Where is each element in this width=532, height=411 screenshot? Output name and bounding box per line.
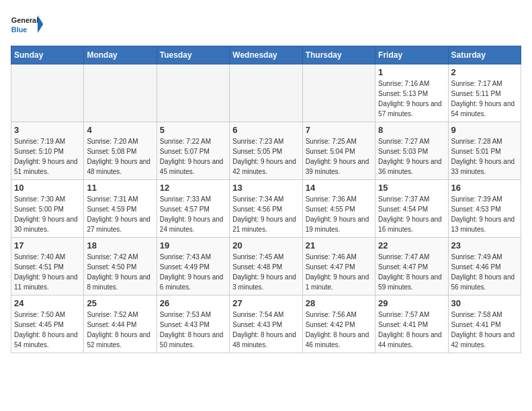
day-number: 14 xyxy=(306,183,372,193)
day-info: Sunrise: 7:52 AM Sunset: 4:44 PM Dayligh… xyxy=(87,310,153,350)
calendar-cell: 21Sunrise: 7:46 AM Sunset: 4:47 PM Dayli… xyxy=(302,238,375,295)
calendar-cell xyxy=(11,64,84,122)
day-number: 4 xyxy=(87,125,153,135)
day-number: 30 xyxy=(451,298,518,308)
day-number: 20 xyxy=(232,240,299,250)
day-number: 6 xyxy=(232,125,299,135)
calendar-cell: 24Sunrise: 7:50 AM Sunset: 4:45 PM Dayli… xyxy=(11,295,84,353)
calendar-cell: 10Sunrise: 7:30 AM Sunset: 5:00 PM Dayli… xyxy=(11,180,84,238)
day-info: Sunrise: 7:56 AM Sunset: 4:42 PM Dayligh… xyxy=(306,310,372,350)
calendar-cell: 29Sunrise: 7:57 AM Sunset: 4:41 PM Dayli… xyxy=(375,295,448,353)
logo-svg: General Blue xyxy=(11,11,44,38)
day-number: 23 xyxy=(451,240,518,250)
day-number: 16 xyxy=(451,183,518,193)
day-info: Sunrise: 7:17 AM Sunset: 5:11 PM Dayligh… xyxy=(451,79,518,119)
day-info: Sunrise: 7:49 AM Sunset: 4:46 PM Dayligh… xyxy=(451,252,518,292)
calendar-cell: 22Sunrise: 7:47 AM Sunset: 4:47 PM Dayli… xyxy=(375,238,448,295)
calendar-week-row: 17Sunrise: 7:40 AM Sunset: 4:51 PM Dayli… xyxy=(11,238,521,295)
calendar-week-row: 3Sunrise: 7:19 AM Sunset: 5:10 PM Daylig… xyxy=(11,122,521,180)
day-number: 9 xyxy=(451,125,518,135)
day-of-week-header: Saturday xyxy=(448,46,521,64)
day-number: 2 xyxy=(451,67,518,77)
day-of-week-header: Tuesday xyxy=(157,46,229,64)
calendar-cell: 23Sunrise: 7:49 AM Sunset: 4:46 PM Dayli… xyxy=(448,238,521,295)
day-info: Sunrise: 7:42 AM Sunset: 4:50 PM Dayligh… xyxy=(87,252,153,292)
day-number: 17 xyxy=(14,240,81,250)
calendar-cell: 19Sunrise: 7:43 AM Sunset: 4:49 PM Dayli… xyxy=(157,238,229,295)
day-info: Sunrise: 7:50 AM Sunset: 4:45 PM Dayligh… xyxy=(14,310,81,350)
day-info: Sunrise: 7:25 AM Sunset: 5:04 PM Dayligh… xyxy=(306,136,372,177)
day-info: Sunrise: 7:36 AM Sunset: 4:55 PM Dayligh… xyxy=(306,194,372,234)
day-info: Sunrise: 7:34 AM Sunset: 4:56 PM Dayligh… xyxy=(232,194,299,234)
day-number: 1 xyxy=(378,67,445,77)
calendar-week-row: 24Sunrise: 7:50 AM Sunset: 4:45 PM Dayli… xyxy=(11,295,521,353)
day-info: Sunrise: 7:45 AM Sunset: 4:48 PM Dayligh… xyxy=(232,252,299,292)
calendar-cell: 14Sunrise: 7:36 AM Sunset: 4:55 PM Dayli… xyxy=(302,180,375,238)
day-number: 19 xyxy=(160,240,226,250)
svg-marker-2 xyxy=(38,15,43,34)
calendar-cell: 26Sunrise: 7:53 AM Sunset: 4:43 PM Dayli… xyxy=(157,295,229,353)
day-number: 10 xyxy=(14,183,81,193)
calendar-week-row: 1Sunrise: 7:16 AM Sunset: 5:13 PM Daylig… xyxy=(11,64,521,122)
calendar-cell: 5Sunrise: 7:22 AM Sunset: 5:07 PM Daylig… xyxy=(157,122,229,180)
day-number: 25 xyxy=(87,298,153,308)
calendar-cell: 25Sunrise: 7:52 AM Sunset: 4:44 PM Dayli… xyxy=(84,295,157,353)
day-number: 8 xyxy=(378,125,445,135)
calendar-cell xyxy=(230,64,302,122)
day-info: Sunrise: 7:27 AM Sunset: 5:03 PM Dayligh… xyxy=(378,136,445,177)
calendar-cell: 4Sunrise: 7:20 AM Sunset: 5:08 PM Daylig… xyxy=(84,122,157,180)
day-number: 13 xyxy=(232,183,299,193)
calendar-cell: 12Sunrise: 7:33 AM Sunset: 4:57 PM Dayli… xyxy=(157,180,229,238)
day-info: Sunrise: 7:33 AM Sunset: 4:57 PM Dayligh… xyxy=(160,194,226,234)
day-info: Sunrise: 7:58 AM Sunset: 4:41 PM Dayligh… xyxy=(451,310,518,350)
calendar-cell: 1Sunrise: 7:16 AM Sunset: 5:13 PM Daylig… xyxy=(375,64,448,122)
calendar-cell: 18Sunrise: 7:42 AM Sunset: 4:50 PM Dayli… xyxy=(84,238,157,295)
calendar-cell: 17Sunrise: 7:40 AM Sunset: 4:51 PM Dayli… xyxy=(11,238,84,295)
day-number: 7 xyxy=(306,125,372,135)
calendar-header-row: SundayMondayTuesdayWednesdayThursdayFrid… xyxy=(11,46,521,64)
day-info: Sunrise: 7:54 AM Sunset: 4:43 PM Dayligh… xyxy=(232,310,299,350)
day-info: Sunrise: 7:47 AM Sunset: 4:47 PM Dayligh… xyxy=(378,252,445,292)
day-number: 26 xyxy=(160,298,226,308)
day-number: 12 xyxy=(160,183,226,193)
calendar-cell: 8Sunrise: 7:27 AM Sunset: 5:03 PM Daylig… xyxy=(375,122,448,180)
day-of-week-header: Friday xyxy=(375,46,448,64)
calendar-cell: 30Sunrise: 7:58 AM Sunset: 4:41 PM Dayli… xyxy=(448,295,521,353)
calendar-cell: 13Sunrise: 7:34 AM Sunset: 4:56 PM Dayli… xyxy=(230,180,302,238)
calendar-cell: 2Sunrise: 7:17 AM Sunset: 5:11 PM Daylig… xyxy=(448,64,521,122)
calendar-cell: 6Sunrise: 7:23 AM Sunset: 5:05 PM Daylig… xyxy=(230,122,302,180)
day-info: Sunrise: 7:23 AM Sunset: 5:05 PM Dayligh… xyxy=(232,136,299,177)
day-info: Sunrise: 7:57 AM Sunset: 4:41 PM Dayligh… xyxy=(378,310,445,350)
calendar-cell: 15Sunrise: 7:37 AM Sunset: 4:54 PM Dayli… xyxy=(375,180,448,238)
calendar-cell: 3Sunrise: 7:19 AM Sunset: 5:10 PM Daylig… xyxy=(11,122,84,180)
day-number: 28 xyxy=(306,298,372,308)
day-of-week-header: Thursday xyxy=(302,46,375,64)
calendar-cell: 27Sunrise: 7:54 AM Sunset: 4:43 PM Dayli… xyxy=(230,295,302,353)
day-number: 24 xyxy=(14,298,81,308)
day-info: Sunrise: 7:22 AM Sunset: 5:07 PM Dayligh… xyxy=(160,136,226,177)
svg-text:Blue: Blue xyxy=(11,26,27,34)
day-number: 5 xyxy=(160,125,226,135)
day-number: 18 xyxy=(87,240,153,250)
day-number: 3 xyxy=(14,125,81,135)
calendar-cell xyxy=(84,64,157,122)
calendar-cell: 20Sunrise: 7:45 AM Sunset: 4:48 PM Dayli… xyxy=(230,238,302,295)
day-info: Sunrise: 7:31 AM Sunset: 4:59 PM Dayligh… xyxy=(87,194,153,234)
day-number: 29 xyxy=(378,298,445,308)
day-info: Sunrise: 7:40 AM Sunset: 4:51 PM Dayligh… xyxy=(14,252,81,292)
logo: General Blue xyxy=(11,11,44,38)
calendar-week-row: 10Sunrise: 7:30 AM Sunset: 5:00 PM Dayli… xyxy=(11,180,521,238)
day-of-week-header: Wednesday xyxy=(230,46,302,64)
day-info: Sunrise: 7:46 AM Sunset: 4:47 PM Dayligh… xyxy=(306,252,372,292)
day-of-week-header: Monday xyxy=(84,46,157,64)
calendar-cell: 7Sunrise: 7:25 AM Sunset: 5:04 PM Daylig… xyxy=(302,122,375,180)
day-info: Sunrise: 7:37 AM Sunset: 4:54 PM Dayligh… xyxy=(378,194,445,234)
day-number: 27 xyxy=(232,298,299,308)
day-info: Sunrise: 7:19 AM Sunset: 5:10 PM Dayligh… xyxy=(14,136,81,177)
page-header: General Blue xyxy=(11,11,521,38)
calendar-cell: 28Sunrise: 7:56 AM Sunset: 4:42 PM Dayli… xyxy=(302,295,375,353)
day-info: Sunrise: 7:16 AM Sunset: 5:13 PM Dayligh… xyxy=(378,79,445,119)
day-info: Sunrise: 7:53 AM Sunset: 4:43 PM Dayligh… xyxy=(160,310,226,350)
svg-text:General: General xyxy=(11,16,38,24)
day-info: Sunrise: 7:39 AM Sunset: 4:53 PM Dayligh… xyxy=(451,194,518,234)
